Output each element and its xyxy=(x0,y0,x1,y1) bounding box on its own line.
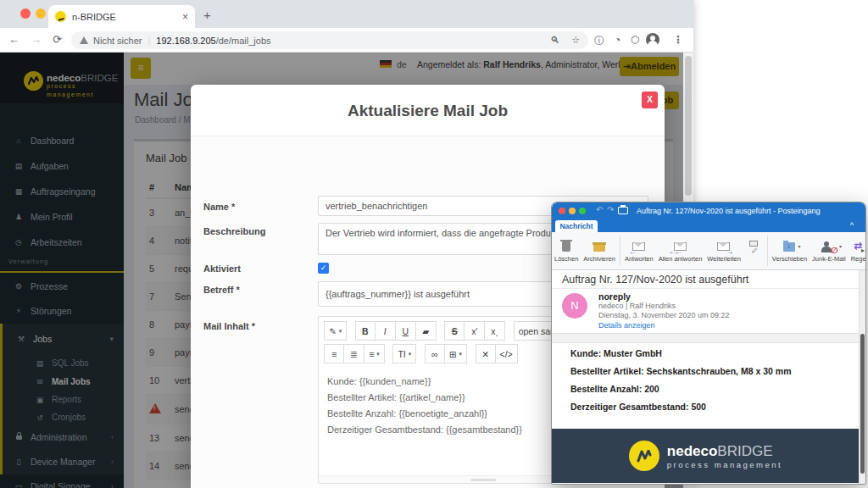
table-insert-dropdown[interactable]: ⊞▾ xyxy=(445,344,467,363)
traffic-light-zoom[interactable] xyxy=(579,208,586,214)
paragraph-align-dropdown[interactable]: ≡▾ xyxy=(364,344,385,363)
extension-info-icon[interactable]: ⓘ xyxy=(594,34,604,48)
undo-icon[interactable]: ↶ xyxy=(596,205,603,214)
tab-title: n-BRIDGE xyxy=(72,12,182,22)
back-icon[interactable]: ← xyxy=(8,33,19,46)
description-label: Beschreibung xyxy=(203,226,265,236)
archive-button[interactable]: Archivieren xyxy=(581,232,618,269)
sender-block: N noreply nedeco | Ralf Hendriks Diensta… xyxy=(552,289,865,333)
bookmark-star-icon[interactable]: ☆ xyxy=(571,35,580,46)
content-label: Mail Inhalt * xyxy=(203,321,255,331)
move-folder-icon: ▾ xyxy=(781,240,798,253)
footer-brand-bold: nedeco xyxy=(667,443,718,459)
active-label: Aktiviert xyxy=(203,263,241,274)
tab-nachricht[interactable]: Nachricht xyxy=(555,220,598,232)
reply-envelope-icon: ← xyxy=(631,240,648,253)
scrollbar-thumb[interactable] xyxy=(685,56,692,196)
chrome-menu-icon[interactable]: ⋮ xyxy=(673,34,683,46)
archive-box-icon xyxy=(591,240,608,253)
nedeco-logo-icon xyxy=(629,441,659,471)
reload-icon[interactable]: ⟳ xyxy=(53,33,62,46)
body-line: Bestellte Anzahl: 200 xyxy=(570,384,850,394)
email-titlebar[interactable]: ↶ ↷ Auftrag Nr. 127/Nov-2020 ist ausgefü… xyxy=(552,202,865,219)
name-label: Name * xyxy=(203,202,235,212)
email-scrollbar-thumb[interactable] xyxy=(860,334,865,474)
delete-button[interactable]: Löschen xyxy=(552,232,581,269)
sender-avatar: N xyxy=(562,293,587,319)
codeview-button[interactable]: </> xyxy=(496,344,518,363)
strikethrough-button[interactable]: S xyxy=(444,321,465,341)
extension-circle-icon[interactable]: ◔ xyxy=(615,34,620,46)
email-ribbon: Löschen Archivieren ← Antworten ←← Allen… xyxy=(552,232,865,270)
collapse-ribbon-icon[interactable]: ^ xyxy=(850,221,854,230)
junk-person-icon: ∅▾ xyxy=(821,240,837,253)
browser-toolbar: ← → ⟳ Nicht sicher | 192.168.9.205 /de/m… xyxy=(0,28,693,53)
url-divider: | xyxy=(147,36,150,46)
email-body: Kunde: Muster GmbH Bestellter Artikel: S… xyxy=(570,348,850,419)
superscript-button[interactable]: x′ xyxy=(465,321,485,341)
browser-tab[interactable]: n-BRIDGE × xyxy=(48,5,195,28)
bold-button[interactable]: B xyxy=(355,321,376,341)
link-button[interactable]: ∞ xyxy=(425,344,445,363)
fullscreen-button[interactable]: ✕ xyxy=(476,344,496,363)
font-size-dropdown[interactable]: TI▾ xyxy=(392,344,416,363)
sender-date: Dienstag, 3. November 2020 um 09:22 xyxy=(598,311,730,319)
forward-button[interactable]: → Weiterleiten xyxy=(704,232,743,269)
profile-avatar-icon[interactable] xyxy=(646,33,659,47)
details-link[interactable]: Details anzeigen xyxy=(598,321,655,330)
new-tab-button[interactable]: + xyxy=(203,8,211,22)
subject-label: Betreff * xyxy=(203,285,240,295)
body-line: Bestellter Artikel: Sechskantschrauben, … xyxy=(570,366,850,376)
zoom-icon[interactable]: 🔍︎ xyxy=(550,35,559,46)
print-icon[interactable] xyxy=(618,207,628,214)
address-bar[interactable]: Nicht sicher | 192.168.9.205 /de/mail_jo… xyxy=(71,31,588,49)
move-button[interactable]: ▾ Verschieben xyxy=(770,232,810,269)
extensions-puzzle-icon[interactable]: ⬡ xyxy=(631,34,639,46)
forward-icon[interactable]: → xyxy=(31,33,42,46)
ordered-list-button[interactable]: ≣ xyxy=(344,344,364,363)
traffic-light-close[interactable] xyxy=(559,208,565,214)
tab-strip: n-BRIDGE × + xyxy=(0,0,693,28)
sender-meta: nedeco | Ralf Hendriks xyxy=(598,302,676,310)
reply-all-button[interactable]: ←← Allen antworten xyxy=(656,232,705,269)
screen: n-BRIDGE × + ← → ⟳ Nicht sicher | 192.16… xyxy=(0,0,868,488)
clear-format-eraser-icon[interactable]: ▰ xyxy=(416,321,437,341)
attachment-icon: 🖉 xyxy=(746,240,763,253)
body-line: Derzeitiger Gesamtbestand: 500 xyxy=(570,402,850,412)
modal-close-button[interactable]: X xyxy=(642,92,658,108)
email-divider xyxy=(552,333,860,343)
active-checkbox[interactable]: ✓ xyxy=(318,263,329,274)
junk-button[interactable]: ∅▾ Junk-E-Mail xyxy=(810,232,849,269)
email-window: ↶ ↷ Auftrag Nr. 127/Nov-2020 ist ausgefü… xyxy=(551,202,866,485)
modal-title: Aktualisiere Mail Job xyxy=(191,102,665,120)
trash-icon xyxy=(558,240,575,253)
email-footer-banner: nedecoBRIDGE process management xyxy=(552,429,860,483)
footer-tagline: process management xyxy=(667,460,782,469)
attachment-tools[interactable]: 🖉 xyxy=(743,232,765,269)
body-line: Kunde: Muster GmbH xyxy=(570,348,850,358)
email-window-title: Auftrag Nr. 127/Nov-2020 ist ausgeführt … xyxy=(637,207,821,215)
email-subject: Auftrag Nr. 127/Nov-2020 ist ausgeführt xyxy=(552,270,865,289)
traffic-light-close[interactable] xyxy=(20,8,31,19)
sender-name: noreply xyxy=(598,291,631,302)
not-secure-icon xyxy=(80,36,88,44)
reply-button[interactable]: ← Antworten xyxy=(622,232,656,269)
security-label: Nicht sicher xyxy=(93,36,142,46)
ribbon-overflow-icon[interactable]: ▸ xyxy=(861,247,865,254)
reply-all-envelope-icon: ←← xyxy=(672,240,689,253)
redo-icon[interactable]: ↷ xyxy=(607,205,614,214)
url-path: /de/mail_jobs xyxy=(216,36,271,46)
tab-favicon-icon xyxy=(55,11,66,22)
subscript-button[interactable]: x͵ xyxy=(485,321,505,341)
email-scrollbar[interactable] xyxy=(859,270,865,484)
footer-brand-light: BRIDGE xyxy=(717,443,772,459)
traffic-light-minimize[interactable] xyxy=(36,8,46,19)
unordered-list-button[interactable]: ≡ xyxy=(324,344,344,363)
style-magic-button[interactable]: ✎▾ xyxy=(324,321,347,341)
ribbon-tab-row: Nachricht ^ xyxy=(552,219,865,232)
tab-close-icon[interactable]: × xyxy=(182,11,188,23)
url-host: 192.168.9.205 xyxy=(156,36,215,46)
italic-button[interactable]: I xyxy=(376,321,396,341)
traffic-light-minimize[interactable] xyxy=(569,208,576,214)
underline-button[interactable]: U xyxy=(396,321,416,341)
